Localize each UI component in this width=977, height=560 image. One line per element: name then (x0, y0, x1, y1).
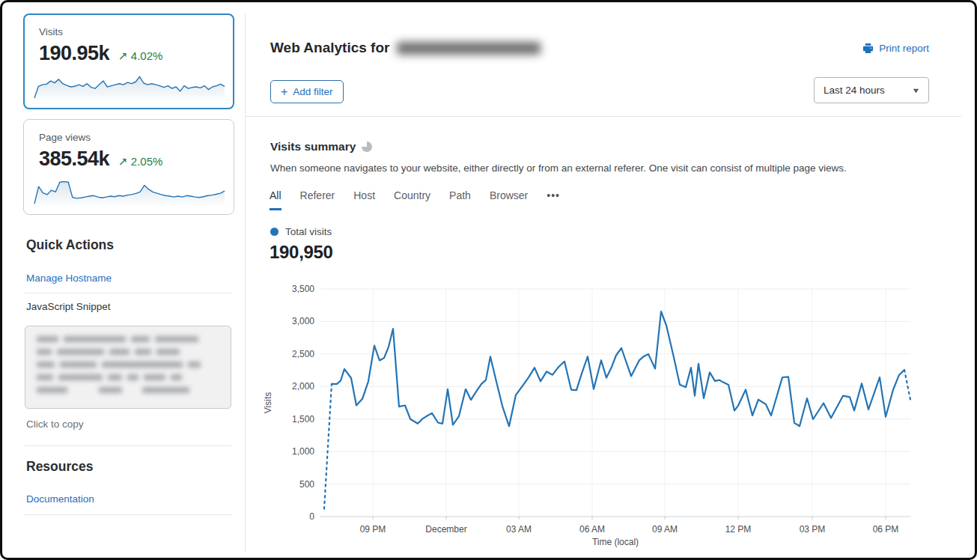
stat-card-visits[interactable]: Visits 190.95k ↗ 4.02% (23, 13, 234, 109)
time-range-select[interactable]: Last 24 hours ▼ (814, 77, 929, 103)
visits-line-chart: 05001,0001,5002,0002,5003,0003,50009 PMD… (261, 279, 931, 555)
chevron-down-icon: ▼ (911, 87, 920, 94)
x-tick-label: 12 PM (725, 524, 752, 535)
series-total-visits (332, 311, 904, 426)
page-views-sparkline (33, 175, 226, 208)
javascript-snippet-label: JavaScript Snippet (26, 301, 111, 312)
divider (25, 293, 231, 293)
site-domain-redacted (397, 42, 541, 55)
redacted-code-line (37, 374, 219, 380)
click-to-copy-hint: Click to copy (26, 419, 84, 430)
summary-title-row: Visits summary (270, 140, 372, 153)
redacted-code-line (37, 349, 219, 355)
summary-tabs: AllRefererHostCountryPathBrowser••• (270, 189, 560, 210)
resources-heading: Resources (26, 459, 94, 475)
y-tick-label: 500 (299, 479, 314, 490)
y-tick-label: 2,000 (292, 381, 314, 392)
chart-legend: Total visits (270, 226, 332, 237)
y-tick-label: 2,500 (292, 349, 314, 359)
tab-all[interactable]: All (270, 189, 281, 210)
tab-browser[interactable]: Browser (490, 189, 528, 210)
quick-actions-heading: Quick Actions (26, 237, 114, 253)
redacted-code-line (37, 362, 219, 368)
x-axis-title: Time (local) (592, 537, 639, 547)
series-total-visits-dashed (904, 370, 910, 400)
legend-dot-icon (270, 228, 279, 236)
help-icon[interactable] (362, 141, 372, 152)
plus-icon: + (281, 86, 287, 98)
page-title-row: Web Analytics for (270, 40, 541, 56)
add-filter-button[interactable]: + Add filter (270, 80, 344, 103)
divider (25, 514, 231, 515)
x-tick-label: 03 AM (506, 524, 532, 535)
x-tick-label: December (425, 524, 466, 535)
stat-label: Visits (39, 26, 219, 37)
visits-sparkline (33, 70, 226, 103)
printer-icon (862, 43, 874, 54)
page-title: Web Analytics for (270, 40, 389, 56)
y-tick-label: 3,500 (292, 284, 314, 294)
print-report-button[interactable]: Print report (862, 43, 929, 54)
y-tick-label: 0 (309, 511, 314, 522)
trend-badge: ↗ 2.05% (118, 155, 162, 168)
stat-label: Page views (39, 132, 219, 143)
x-tick-label: 03 PM (800, 524, 826, 535)
javascript-snippet-box[interactable] (25, 326, 231, 409)
x-tick-label: 09 AM (652, 524, 678, 535)
y-tick-label: 1,500 (292, 414, 314, 424)
y-axis-title: Visits (263, 392, 273, 413)
y-tick-label: 3,000 (292, 316, 314, 326)
tab-country[interactable]: Country (394, 189, 430, 210)
tab-host[interactable]: Host (353, 189, 375, 210)
y-tick-label: 1,000 (292, 446, 314, 457)
summary-description: When someone navigates to your website, … (270, 162, 892, 174)
divider (25, 445, 231, 446)
total-visits-value: 190,950 (270, 242, 333, 263)
stat-card-page-views[interactable]: Page views 385.54k ↗ 2.05% (23, 119, 234, 215)
stat-value: 190.95k (39, 42, 109, 65)
summary-title: Visits summary (270, 140, 356, 153)
header-divider (245, 116, 961, 117)
series-total-visits-dashed (324, 384, 332, 509)
documentation-link[interactable]: Documentation (26, 493, 94, 505)
tab-path[interactable]: Path (449, 189, 471, 210)
tab-more[interactable]: ••• (547, 189, 560, 210)
redacted-code-line (37, 387, 219, 393)
manage-hostname-link[interactable]: Manage Hostname (26, 273, 112, 284)
tab-referer[interactable]: Referer (300, 189, 335, 210)
x-tick-label: 06 AM (579, 524, 605, 535)
trend-up-icon: ↗ (118, 155, 128, 168)
x-tick-label: 09 PM (360, 524, 386, 535)
stat-value: 385.54k (39, 147, 109, 171)
x-tick-label: 06 PM (873, 524, 899, 535)
redacted-code-line (37, 336, 219, 342)
app-window: Visits 190.95k ↗ 4.02% Page views 385.54… (0, 0, 977, 560)
trend-up-icon: ↗ (118, 49, 128, 62)
trend-badge: ↗ 4.02% (118, 49, 162, 63)
panel-divider (245, 13, 246, 552)
